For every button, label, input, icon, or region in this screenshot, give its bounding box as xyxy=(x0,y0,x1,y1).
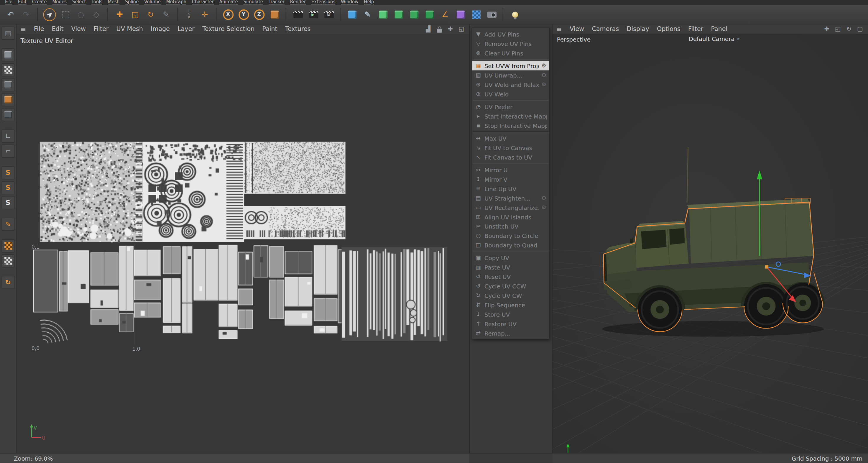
paint-brush-icon[interactable]: ✎ xyxy=(1,218,15,231)
uv-command-store-uv[interactable]: ↓Store UV xyxy=(472,310,549,319)
checker-view-icon[interactable] xyxy=(1,63,15,76)
uv-command-remove-uv-pins[interactable]: ▽Remove UV Pins xyxy=(472,39,549,48)
checker-uv-icon[interactable] xyxy=(1,239,15,252)
menu-edit[interactable]: Edit xyxy=(15,0,29,5)
move-tool-icon[interactable]: ✚ xyxy=(112,7,127,22)
menu-animate[interactable]: Animate xyxy=(216,0,241,5)
pan-view-icon[interactable]: ✚ xyxy=(447,25,454,33)
lathe-icon[interactable] xyxy=(407,7,421,22)
viewport-menu-cameras[interactable]: Cameras xyxy=(588,24,623,34)
uv-command-flip-sequence[interactable]: ⇵Flip Sequence xyxy=(472,300,549,310)
checker-lock-icon[interactable] xyxy=(1,254,15,268)
uv-command-uv-weld[interactable]: ⊕UV Weld xyxy=(472,89,549,98)
menu-file[interactable]: File xyxy=(2,0,16,5)
uv-command-boundary-to-circle[interactable]: ○Boundary to Circle xyxy=(472,231,549,240)
extrude-icon[interactable] xyxy=(391,7,406,22)
camera-icon[interactable] xyxy=(485,7,499,22)
uv-menu-textures[interactable]: Textures xyxy=(281,24,315,34)
subdivision-surface-icon[interactable] xyxy=(376,7,390,22)
menu-window[interactable]: Window xyxy=(338,0,361,5)
command-options-gear-icon[interactable]: ⚙ xyxy=(541,204,547,211)
viewport-canvas[interactable]: x z xyxy=(553,34,868,453)
menu-select[interactable]: Select xyxy=(69,0,89,5)
menu-character[interactable]: Character xyxy=(189,0,216,5)
rotate-view-icon[interactable]: ↻ xyxy=(845,25,852,33)
uv-menu-texture-selection[interactable]: Texture Selection xyxy=(198,24,258,34)
camera-label[interactable]: Default Camera ✳ xyxy=(689,35,740,42)
uv-command-uv-rectangularize[interactable]: ▭UV Rectangularize...⚙ xyxy=(472,203,549,212)
volume-builder-icon[interactable] xyxy=(454,7,468,22)
viewport-menu-filter[interactable]: Filter xyxy=(684,24,707,34)
uv-menu-filter[interactable]: Filter xyxy=(90,24,112,34)
uv-command-restore-uv[interactable]: ↑Restore UV xyxy=(472,319,549,328)
uv-command-cycle-uv-ccw[interactable]: ↺Cycle UV CCW xyxy=(472,281,549,291)
last-used-tool-icon[interactable]: ✎ xyxy=(159,7,173,22)
uv-command-remap[interactable]: ⇄Remap... xyxy=(472,328,549,338)
command-options-gear-icon[interactable]: ⚙ xyxy=(541,72,547,78)
uv-command-reset-uv[interactable]: ↺Reset UV xyxy=(472,272,549,281)
rotate-tool-icon[interactable]: ↻ xyxy=(143,7,158,22)
uv-menu-file[interactable]: File xyxy=(30,24,48,34)
command-options-gear-icon[interactable]: ⚙ xyxy=(541,195,547,201)
frame-view-icon[interactable]: ◱ xyxy=(458,25,465,33)
uv-command-copy-uv[interactable]: ▣Copy UV xyxy=(472,253,549,263)
undo-icon[interactable]: ↶ xyxy=(3,7,18,22)
viewport-menu-panel[interactable]: Panel xyxy=(707,24,731,34)
uv-command-fit-uv-to-canvas[interactable]: ↘Fit UV to Canvas xyxy=(472,143,549,152)
uv-command-max-uv[interactable]: ↔Max UV xyxy=(472,133,549,143)
viewport-menu-display[interactable]: Display xyxy=(623,24,653,34)
z-axis-icon[interactable]: Z xyxy=(252,7,266,22)
scale-tool-icon[interactable]: ◱ xyxy=(128,7,143,22)
rectangle-selection-icon[interactable] xyxy=(58,7,72,22)
panel-menu-icon[interactable]: ≡ xyxy=(553,25,566,33)
spline-pen-icon[interactable]: ✎ xyxy=(360,7,375,22)
panel-menu-icon[interactable]: ≡ xyxy=(17,25,30,33)
uv-menu-uv-mesh[interactable]: UV Mesh xyxy=(112,24,147,34)
uv-command-fit-canvas-to-uv[interactable]: ↖Fit Canvas to UV xyxy=(472,152,549,162)
primitive-cube-icon[interactable] xyxy=(345,7,360,22)
select-points-icon[interactable]: S xyxy=(1,166,15,179)
sweep-icon[interactable] xyxy=(423,7,437,22)
uv-canvas-area[interactable]: Texture UV Editor 0,1 0,0 1,0 V U xyxy=(17,34,469,453)
uv-command-uv-straighten[interactable]: ▤UV Straighten...⚙ xyxy=(472,193,549,203)
workplane-corner-icon[interactable]: ⌐ xyxy=(1,145,15,158)
render-settings-icon[interactable] xyxy=(322,7,336,22)
command-options-gear-icon[interactable]: ⚙ xyxy=(541,82,547,88)
menu-simulate[interactable]: Simulate xyxy=(241,0,266,5)
texture-cube-icon[interactable] xyxy=(1,78,15,91)
uv-menu-image[interactable]: Image xyxy=(147,24,174,34)
menu-mograph[interactable]: MoGraph xyxy=(163,0,189,5)
uv-command-uv-peeler[interactable]: ◔UV Peeler xyxy=(472,102,549,111)
light-icon[interactable] xyxy=(508,7,522,22)
menu-extensions[interactable]: Extensions xyxy=(308,0,338,5)
render-view-icon[interactable] xyxy=(291,7,305,22)
uv-menu-paint[interactable]: Paint xyxy=(258,24,281,34)
uv-command-cycle-uv-cw[interactable]: ↻Cycle UV CW xyxy=(472,291,549,300)
axis-corner-icon[interactable]: ∟ xyxy=(1,129,15,143)
viewport-panel[interactable]: x z Perspective Default Camera ✳ xyxy=(553,34,868,453)
uvw-cube-icon[interactable] xyxy=(1,93,15,106)
y-axis-icon[interactable]: Y xyxy=(237,7,251,22)
pan-view-icon[interactable]: ✚ xyxy=(823,25,830,33)
uv-command-mirror-u[interactable]: ↔Mirror U xyxy=(472,165,549,175)
uv-menu-view[interactable]: View xyxy=(67,24,90,34)
polygon-selection-icon[interactable]: ◇ xyxy=(89,7,103,22)
coordinate-system-icon[interactable]: ✛ xyxy=(197,7,212,22)
uv-command-start-interactive-mapping[interactable]: ▸Start Interactive Mapping xyxy=(472,111,549,121)
toggle-views-icon[interactable]: ▢ xyxy=(857,25,864,33)
uv-command-paste-uv[interactable]: ▥Paste UV xyxy=(472,263,549,272)
menu-spline[interactable]: Spline xyxy=(122,0,142,5)
live-selection-icon[interactable]: ➤ xyxy=(43,8,56,21)
command-options-gear-icon[interactable]: ⚙ xyxy=(541,63,547,69)
color-swatch-icon[interactable]: ▤ xyxy=(1,27,15,40)
menu-volume[interactable]: Volume xyxy=(142,0,164,5)
uv-command-align-uv-islands[interactable]: ⊞Align UV Islands xyxy=(472,212,549,221)
uv-command-set-uvw-from-projection[interactable]: ▦Set UVW from Projection...⚙ xyxy=(472,61,549,70)
uv-command-clear-uv-pins[interactable]: ⊗Clear UV Pins xyxy=(472,48,549,58)
menu-tools[interactable]: Tools xyxy=(89,0,105,5)
redo-icon[interactable]: ↷ xyxy=(19,7,33,22)
view-label[interactable]: Perspective xyxy=(557,36,591,43)
menu-render[interactable]: Render xyxy=(287,0,308,5)
uv-command-mirror-v[interactable]: ↕Mirror V xyxy=(472,174,549,184)
viewport-menu-options[interactable]: Options xyxy=(653,24,684,34)
